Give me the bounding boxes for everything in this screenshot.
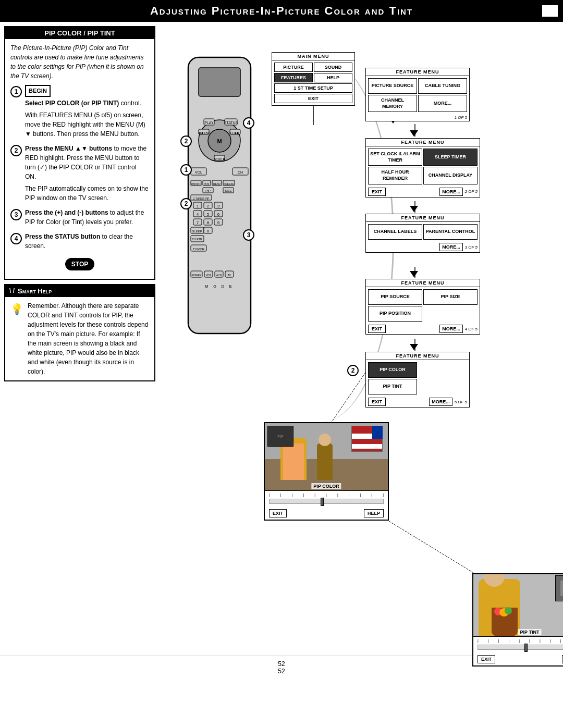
mm-features[interactable]: FEATURES bbox=[274, 73, 313, 82]
svg-text:PLAY: PLAY bbox=[204, 121, 214, 125]
fm3-more[interactable]: MORE... bbox=[439, 243, 463, 251]
fm2-more[interactable]: MORE... bbox=[439, 188, 463, 196]
page-title-bar: Adjusting Picture-In-Picture Color and T… bbox=[0, 0, 563, 22]
pip-intro: The Picture-In-Picture (PIP) Color and T… bbox=[10, 43, 149, 81]
pip-color-exit[interactable]: EXIT bbox=[269, 509, 287, 517]
right-column: M PLAY STATUS FF ▶▶ ◀◀ RW STOP ■ VOL bbox=[160, 26, 559, 651]
svg-text:CH RTN: CH RTN bbox=[192, 238, 202, 241]
smart-help-content: 💡 Remember. Although there are separate … bbox=[5, 297, 154, 380]
step4-text: Press the STATUS button to clear the scr… bbox=[25, 232, 149, 251]
svg-text:CH: CH bbox=[238, 170, 243, 174]
pip-tint-photo: img PIP TINT bbox=[473, 574, 563, 637]
remote-step3: 3 bbox=[243, 229, 254, 241]
fm3-grid: CHANNEL LABELS PARENTAL CONTROL bbox=[366, 222, 480, 242]
mm-help[interactable]: HELP bbox=[314, 73, 352, 82]
svg-rect-1 bbox=[199, 68, 240, 96]
fm5-pip-tint[interactable]: PIP TINT bbox=[368, 379, 417, 394]
smart-help-title: \ / Smart Help bbox=[5, 285, 154, 297]
svg-text:◀◀ RW: ◀◀ RW bbox=[198, 131, 210, 134]
fm3-parental[interactable]: PARENTAL CONTROL bbox=[423, 224, 478, 240]
feature-menu-4: FEATURE MENU PIP SOURCE PIP SIZE PIP POS… bbox=[365, 279, 480, 335]
main-menu-box: MAIN MENU PICTURE SOUND FEATURES HELP 1 … bbox=[272, 52, 355, 106]
svg-text:POS: POS bbox=[204, 182, 210, 186]
step1-row: 1 BEGIN Select PIP COLOR (or PIP TINT) c… bbox=[10, 85, 149, 139]
fm5-exit[interactable]: EXIT bbox=[368, 398, 386, 406]
fm2-channel-display[interactable]: CHANNEL DISPLAY bbox=[423, 167, 478, 184]
svg-text:3: 3 bbox=[217, 204, 220, 208]
page-number: 52 bbox=[278, 660, 285, 668]
mm-picture[interactable]: PICTURE bbox=[274, 63, 313, 72]
arrow4 bbox=[410, 271, 418, 277]
fm1-cable-tuning[interactable]: CABLE TUNING bbox=[418, 78, 467, 94]
fm4-pip-position[interactable]: PIP POSITION bbox=[368, 306, 422, 322]
stop-button[interactable]: STOP bbox=[65, 258, 94, 270]
step3-text: Press the (+) and (-) buttons to adjust … bbox=[25, 208, 149, 227]
step1-detail: With FEATURES MENU (5 of5) on screen, mo… bbox=[25, 110, 149, 139]
fm4-pip-source[interactable]: PIP SOURCE bbox=[368, 289, 422, 305]
svg-text:TV: TV bbox=[228, 274, 231, 277]
svg-line-73 bbox=[332, 373, 365, 422]
remote-step2-lower: 2 bbox=[180, 198, 192, 209]
step4-row: 4 Press the STATUS button to clear the s… bbox=[10, 232, 149, 251]
fm1-more[interactable]: MORE... bbox=[418, 95, 467, 112]
fm2-exit[interactable]: EXIT bbox=[368, 188, 386, 196]
fm5-label: FEATURE MENU bbox=[366, 352, 469, 360]
begin-box: BEGIN bbox=[25, 85, 51, 97]
mm-setup[interactable]: 1 ST TIME SETUP bbox=[274, 83, 352, 93]
mm-sound[interactable]: SOUND bbox=[314, 63, 352, 72]
svg-text:M: M bbox=[217, 138, 222, 144]
remote-step1: 1 bbox=[180, 164, 192, 176]
smart-help-text: Remember. Although there are separate CO… bbox=[28, 301, 149, 376]
fm2-set-clock[interactable]: SET CLOCK & ALARM TIMER bbox=[368, 149, 422, 166]
fm1-label: FEATURE MENU bbox=[366, 68, 469, 76]
svg-text:4: 4 bbox=[197, 212, 199, 217]
step3-label: Press the (+) and (-) buttons bbox=[25, 209, 108, 216]
step3-circle: 3 bbox=[10, 209, 22, 220]
fm1-grid: PICTURE SOURCE CABLE TUNING CHANNEL MEMO… bbox=[366, 76, 469, 114]
svg-text:SIZE: SIZE bbox=[225, 189, 231, 192]
fm3-channel-labels[interactable]: CHANNEL LABELS bbox=[368, 224, 422, 240]
step2-fm5: 2 bbox=[347, 365, 359, 376]
step1-circle: 1 bbox=[10, 86, 22, 97]
fm2-sleep-timer[interactable]: SLEEP TIMER bbox=[423, 149, 478, 166]
fm4-pip-size[interactable]: PIP SIZE bbox=[423, 289, 478, 305]
fm5-more[interactable]: MORE... bbox=[429, 398, 452, 406]
step1-label: Select PIP COLOR (or PIP TINT) control. bbox=[25, 100, 141, 107]
svg-text:POWER: POWER bbox=[192, 274, 202, 277]
main-menu-grid: PICTURE SOUND FEATURES HELP 1 ST TIME SE… bbox=[272, 60, 354, 105]
svg-text:FREEZE: FREEZE bbox=[224, 182, 234, 186]
fm2-page: 2 OF 5 bbox=[465, 189, 478, 194]
svg-text:ON/OFF: ON/OFF bbox=[191, 182, 201, 186]
fm1-channel-memory[interactable]: CHANNEL MEMORY bbox=[368, 95, 417, 112]
pip-tint-slider[interactable] bbox=[478, 645, 563, 650]
fm1-picture-source[interactable]: PICTURE SOURCE bbox=[368, 78, 417, 94]
feature-menu-1: FEATURE MENU PICTURE SOURCE CABLE TUNING… bbox=[365, 68, 470, 121]
stop-button-area: STOP bbox=[10, 256, 149, 273]
feature-menu-2: FEATURE MENU SET CLOCK & ALARM TIMER SLE… bbox=[365, 138, 480, 198]
pip-color-content: The Picture-In-Picture (PIP) Color and T… bbox=[5, 39, 154, 279]
pip-color-slider[interactable] bbox=[269, 499, 384, 504]
svg-line-74 bbox=[389, 521, 483, 578]
svg-text:REAR: REAR bbox=[213, 182, 221, 186]
step4-label: Press the STATUS button bbox=[25, 233, 100, 240]
pip-tint-screen-area: img PIP TINT ||||||||||| EXIT HELP bbox=[472, 573, 563, 667]
pip-color-photo: PIP PIP COLOR bbox=[265, 423, 388, 491]
svg-text:7: 7 bbox=[197, 220, 199, 225]
pip-color-ticks: ||||||||||| bbox=[269, 493, 384, 497]
svg-text:2: 2 bbox=[207, 204, 210, 208]
pip-tint-label-overlay: PIP TINT bbox=[518, 629, 542, 635]
fm4-exit[interactable]: EXIT bbox=[368, 325, 386, 333]
step2-row: 2 Press the MENU ▲▼ buttons to move the … bbox=[10, 144, 149, 203]
fm4-more[interactable]: MORE... bbox=[439, 325, 463, 333]
pip-color-help[interactable]: HELP bbox=[364, 509, 384, 517]
pip-tint-exit[interactable]: EXIT bbox=[478, 655, 495, 663]
mm-exit[interactable]: EXIT bbox=[274, 94, 352, 103]
step4-circle: 4 bbox=[10, 233, 22, 244]
svg-text:5: 5 bbox=[207, 212, 210, 217]
fm5-pip-color[interactable]: PIP COLOR bbox=[368, 362, 417, 378]
svg-text:2 TUNER PIP: 2 TUNER PIP bbox=[193, 197, 210, 200]
fm5-bottom: EXIT MORE... 5 OF 5 bbox=[366, 397, 469, 407]
step2-circle: 2 bbox=[10, 145, 22, 156]
svg-text:FF ▶▶: FF ▶▶ bbox=[230, 131, 240, 134]
fm2-half-hour[interactable]: HALF HOUR REMINDER bbox=[368, 167, 422, 184]
